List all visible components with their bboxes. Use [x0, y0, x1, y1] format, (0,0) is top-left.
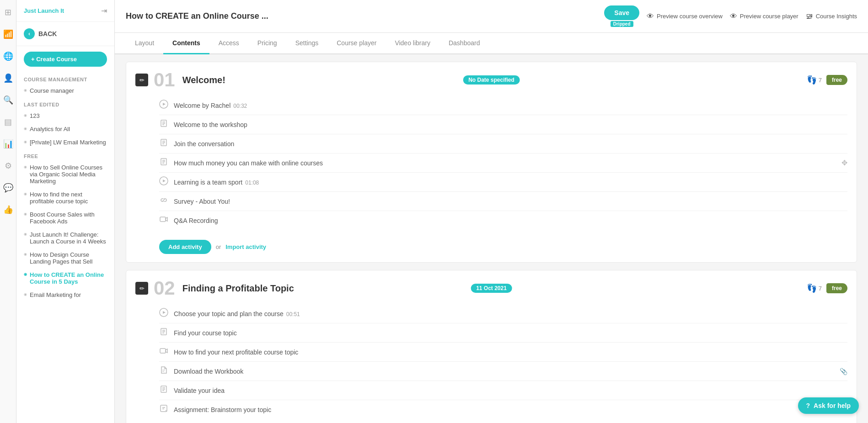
- drag-handle[interactable]: ✥: [841, 159, 847, 167]
- tab-pricing[interactable]: Pricing: [248, 33, 286, 54]
- sidebar-item[interactable]: ◉Course manager: [16, 84, 114, 97]
- sidebar-item[interactable]: ◉[Private] LW Email Marketing: [16, 136, 114, 149]
- sidebar-item[interactable]: ◉Just Launch It! Challenge: Launch a Cou…: [16, 228, 114, 248]
- tab-video-library[interactable]: Video library: [386, 33, 439, 54]
- sidebar-item[interactable]: ◉123: [16, 109, 114, 122]
- sidebar-item[interactable]: ◉Analytics for All: [16, 122, 114, 136]
- wifi-icon[interactable]: 📶: [1, 27, 15, 41]
- save-button[interactable]: Save: [604, 5, 639, 20]
- attachment-icon: 📎: [840, 368, 847, 375]
- footsteps-badge: 👣 7: [807, 283, 822, 293]
- activity-text: Assignment: Brainstorm your topic: [174, 406, 811, 413]
- section-right: 👣 7 free: [807, 283, 847, 293]
- import-activity-link[interactable]: Import activity: [225, 243, 266, 250]
- eye-icon: 👁: [647, 12, 654, 21]
- preview-player-action[interactable]: 👁 Preview course player: [730, 12, 798, 21]
- course-insights-action[interactable]: 🖳 Course Insights: [806, 12, 857, 21]
- help-icon: ?: [806, 402, 810, 409]
- activity-duration: 01:08: [245, 180, 259, 186]
- sidebar-bullet: ◉: [24, 88, 27, 92]
- activity-item[interactable]: Learning is a team sport01:08: [159, 173, 847, 192]
- footsteps-badge: 👣 7: [807, 75, 822, 85]
- export-icon[interactable]: ⇥: [101, 6, 107, 15]
- activity-item[interactable]: Choose your topic and plan the course00:…: [159, 304, 847, 323]
- player-icon: 👁: [730, 12, 737, 21]
- activity-item[interactable]: How much money you can make with online …: [159, 153, 847, 173]
- chart-icon[interactable]: 📊: [1, 137, 15, 151]
- add-activity-button[interactable]: Add activity: [159, 240, 211, 254]
- activity-type-icon: [159, 308, 168, 319]
- tab-dashboard[interactable]: Dashboard: [439, 33, 489, 54]
- free-badge: free: [826, 75, 847, 85]
- activity-item[interactable]: Welcome by Rachel00:32: [159, 96, 847, 115]
- course-section: ✏ 01 Welcome! No Date specified 👣 7 free…: [126, 62, 857, 263]
- sidebar-item[interactable]: ◉How to find the next profitable course …: [16, 188, 114, 208]
- tab-contents[interactable]: Contents: [163, 33, 209, 54]
- sidebar-item[interactable]: ◉How to CREATE an Online Course in 5 Day…: [16, 268, 114, 288]
- page-title: How to CREATE an Online Course ...: [126, 11, 268, 21]
- icon-strip: ⊞ 📶 🌐 👤 🔍 ▤ 📊 ⚙ 💬 👍: [0, 0, 16, 423]
- sidebar-bullet: ◉: [24, 113, 27, 117]
- activity-text: Download the Workbook: [174, 368, 834, 375]
- activity-list: Welcome by Rachel00:32 Welcome to the wo…: [126, 94, 857, 233]
- activity-text: Find your course topic: [174, 329, 847, 337]
- back-button[interactable]: ‹ BACK: [16, 22, 114, 46]
- section-title: Finding a Profitable Topic: [182, 283, 294, 294]
- sidebar-item[interactable]: ◉Boost Course Sales with Facebook Ads: [16, 208, 114, 228]
- sidebar-bullet: ◉: [24, 232, 27, 236]
- sidebar-item[interactable]: ◉How to Sell Online Courses via Organic …: [16, 161, 114, 188]
- activity-item[interactable]: Download the Workbook 📎: [159, 362, 847, 381]
- create-course-button[interactable]: + Create Course: [24, 52, 107, 67]
- logo-text: Just Launch It: [24, 7, 64, 14]
- section-edit-icon[interactable]: ✏: [135, 74, 148, 86]
- thumbsup-icon[interactable]: 👍: [1, 203, 15, 217]
- tab-access[interactable]: Access: [209, 33, 248, 54]
- activity-text: How to find your next profitable course …: [174, 349, 847, 356]
- activity-item[interactable]: Validate your idea: [159, 381, 847, 400]
- activity-duration: 00:51: [286, 311, 300, 317]
- activity-duration: 00:32: [233, 103, 247, 109]
- content-area: ✏ 01 Welcome! No Date specified 👣 7 free…: [115, 54, 868, 423]
- activity-item[interactable]: Welcome to the workshop: [159, 115, 847, 134]
- gear-icon[interactable]: ⚙: [3, 159, 14, 173]
- tab-layout[interactable]: Layout: [126, 33, 163, 54]
- sidebar-bullet: ◉: [24, 192, 27, 196]
- sidebar-item-text: How to CREATE an Online Course in 5 Days: [30, 271, 107, 285]
- activity-item[interactable]: Assignment: Brainstorm your topic 1 ques…: [159, 400, 847, 419]
- section-date-badge: No Date specified: [463, 75, 520, 85]
- activity-item[interactable]: Q&A Recording: [159, 211, 847, 230]
- sidebar-item[interactable]: ◉How to Design Course Landing Pages that…: [16, 248, 114, 268]
- footsteps-count: 7: [819, 77, 822, 84]
- topbar: How to CREATE an Online Course ... Save …: [115, 0, 868, 33]
- activity-text: How much money you can make with online …: [174, 159, 836, 167]
- activity-type-icon: [159, 346, 168, 358]
- search-icon[interactable]: 🔍: [1, 93, 15, 107]
- sidebar-item-text: [Private] LW Email Marketing: [30, 139, 106, 146]
- sidebar-section-label: LAST EDITED: [16, 97, 114, 109]
- messages-icon[interactable]: 💬: [1, 181, 15, 195]
- activity-type-icon: [159, 176, 168, 188]
- tab-settings[interactable]: Settings: [286, 33, 328, 54]
- section-edit-icon[interactable]: ✏: [135, 282, 148, 295]
- back-label: BACK: [38, 30, 57, 37]
- activity-type-icon: [159, 385, 168, 396]
- block-icon[interactable]: ▤: [2, 115, 14, 129]
- sidebar-item[interactable]: ◉Email Marketing for: [16, 288, 114, 301]
- globe-icon[interactable]: 🌐: [1, 49, 15, 63]
- sidebar-item-text: How to Design Course Landing Pages that …: [30, 251, 107, 265]
- user-icon[interactable]: 👤: [1, 71, 15, 85]
- activity-item[interactable]: Join the conversation: [159, 134, 847, 153]
- activity-item[interactable]: Find your course topic: [159, 323, 847, 343]
- activity-text: Welcome to the workshop: [174, 121, 847, 128]
- layout-icon[interactable]: ⊞: [3, 5, 13, 19]
- section-right: 👣 7 free: [807, 75, 847, 85]
- back-circle: ‹: [24, 28, 35, 39]
- preview-overview-action[interactable]: 👁 Preview course overview: [647, 12, 723, 21]
- svg-rect-8: [160, 349, 166, 353]
- section-title: Welcome!: [182, 75, 225, 85]
- ask-help-button[interactable]: ? Ask for help: [798, 397, 859, 414]
- activity-item[interactable]: Survey - About You!: [159, 192, 847, 211]
- sidebar-item-text: How to find the next profitable course t…: [30, 191, 107, 205]
- tab-course-player[interactable]: Course player: [327, 33, 386, 54]
- activity-item[interactable]: How to find your next profitable course …: [159, 343, 847, 362]
